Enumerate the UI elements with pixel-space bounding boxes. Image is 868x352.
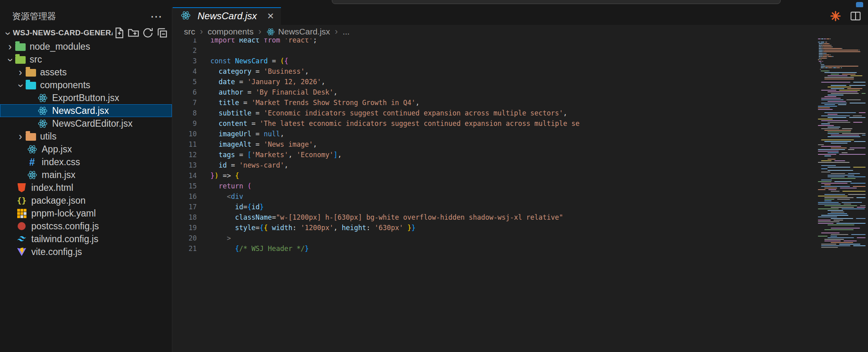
line-number: 5 (173, 77, 197, 87)
sidebar-item-newscard-jsx[interactable]: NewsCard.jsx (0, 104, 172, 117)
new-folder-icon[interactable] (127, 26, 140, 39)
sidebar-item-postcss-config-js[interactable]: postcss.config.js (0, 220, 172, 233)
code-line[interactable]: 1import React from 'react'; (173, 38, 816, 45)
sidebar-item-src[interactable]: ›src (0, 53, 172, 66)
code-line[interactable]: 19 style={{ width: '1200px', height: '63… (173, 223, 816, 233)
minimap-line (821, 247, 838, 248)
code-line[interactable]: 18 className="w-[1200px] h-[630px] bg-wh… (173, 212, 816, 223)
minimap-line (818, 162, 850, 163)
minimap-line (823, 56, 827, 57)
minimap-line (857, 207, 866, 208)
minimap-line (828, 127, 840, 127)
tab-newscard-jsx[interactable]: NewsCard.jsx × (173, 7, 281, 25)
code-line[interactable]: 13 id = 'news-card', (173, 160, 816, 170)
minimap-line (831, 234, 848, 235)
code-line[interactable]: 6 author = 'By Financial Desk', (173, 87, 816, 97)
close-icon[interactable]: × (267, 10, 274, 22)
minimap-line (821, 146, 841, 147)
minimap-line (818, 204, 841, 204)
breadcrumb: src›components›NewsCard.jsx›... (173, 25, 868, 38)
code-line[interactable]: 21 {/* WSJ Header */} (173, 243, 816, 254)
vscode-window: 资源管理器 ⋯ › WSJ-NEWS-CARD-GENERAT... ›node… (0, 0, 868, 352)
code-line[interactable]: 17 id={id} (173, 202, 816, 212)
minimap-line (826, 53, 827, 54)
sidebar-item-app-jsx[interactable]: App.jsx (0, 143, 172, 156)
minimap-line (850, 148, 866, 148)
sidebar-item-vite-config-js[interactable]: vite.config.js (0, 245, 172, 258)
code-line[interactable]: 11 imageAlt = 'News image', (173, 139, 816, 150)
sidebar-item-package-json[interactable]: {}package.json (0, 194, 172, 207)
minimap-line (849, 117, 866, 118)
chevron-down-icon: › (16, 80, 26, 91)
format-star-icon[interactable] (830, 10, 842, 22)
sidebar-item-index-css[interactable]: #index.css (0, 156, 172, 168)
code-line[interactable]: 4 category = 'Business', (173, 66, 816, 77)
minimap-line (819, 55, 822, 55)
breadcrumb-item--[interactable]: ... (343, 27, 350, 36)
explorer-section-header[interactable]: › WSJ-NEWS-CARD-GENERAT... (0, 26, 172, 40)
refresh-icon[interactable] (141, 26, 154, 39)
minimap-line (822, 61, 823, 62)
line-number: 8 (173, 108, 197, 118)
code-line[interactable]: 9 content = 'The latest economic indicat… (173, 118, 816, 129)
minimap-line (831, 148, 847, 148)
code-line[interactable]: 12 tags = ['Markets', 'Economy'], (173, 150, 816, 160)
split-editor-icon[interactable] (850, 10, 862, 22)
chevron-down-icon: › (6, 55, 16, 65)
minimap-line (860, 205, 866, 206)
json-icon: {} (16, 195, 27, 206)
sidebar-item-tailwind-config-js[interactable]: tailwind.config.js (0, 233, 172, 245)
minimap-line (818, 119, 833, 119)
minimap-line (818, 106, 837, 107)
minimap-line (828, 91, 858, 92)
collapse-all-icon[interactable] (156, 26, 169, 39)
code-line[interactable]: 3const NewsCard = ({ (173, 56, 816, 66)
breadcrumb-item-src[interactable]: src (184, 27, 195, 36)
code-line[interactable]: 20 > (173, 233, 816, 243)
titlebar-corner-icon (856, 2, 863, 7)
minimap-line (853, 82, 866, 83)
minimap-line (824, 79, 854, 79)
sidebar-item-pnpm-lock-yaml[interactable]: pnpm-lock.yaml (0, 207, 172, 220)
file-label: vite.config.js (31, 247, 82, 257)
minimap-line (842, 74, 856, 75)
new-file-icon[interactable] (113, 26, 125, 39)
minimap-line (826, 42, 827, 42)
html-icon (16, 182, 27, 193)
code-line[interactable]: 7 title = 'Market Trends Show Strong Gro… (173, 97, 816, 108)
react-icon (37, 105, 48, 116)
code-line[interactable]: 5 date = 'January 12, 2026', (173, 77, 816, 87)
code-line[interactable]: 10 imageUrl = null, (173, 129, 816, 139)
sidebar-item-index-html[interactable]: index.html (0, 181, 172, 194)
code-line[interactable]: 2 (173, 45, 816, 56)
minimap-line (821, 180, 832, 180)
sidebar-item-newscardeditor-jsx[interactable]: NewsCardEditor.jsx (0, 117, 172, 130)
sidebar-item-assets[interactable]: ›assets (0, 66, 172, 79)
code-line[interactable]: 14}) => { (173, 170, 816, 181)
minimap-line (859, 50, 860, 51)
minimap-line (824, 112, 856, 113)
minimap-line (821, 103, 847, 103)
code-editor[interactable]: 1import React from 'react';23const NewsC… (173, 38, 816, 352)
tab-label: NewsCard.jsx (198, 10, 257, 22)
minimap[interactable] (816, 38, 868, 267)
minimap-line (824, 38, 826, 39)
minimap-line (828, 133, 839, 134)
command-center[interactable] (332, 0, 781, 4)
code-line[interactable]: 15 return ( (173, 181, 816, 191)
sidebar-item-utils[interactable]: ›utils (0, 130, 172, 143)
more-actions-icon[interactable]: ⋯ (150, 13, 162, 20)
code-text: date = 'January 12, 2026', (210, 77, 325, 87)
sidebar-item-exportbutton-jsx[interactable]: ExportButton.jsx (0, 91, 172, 104)
breadcrumb-item-newscard-jsx[interactable]: NewsCard.jsx (266, 27, 330, 36)
sidebar-item-main-jsx[interactable]: main.jsx (0, 168, 172, 181)
sidebar-item-node-modules[interactable]: ›node_modules (0, 40, 172, 53)
code-line[interactable]: 16 <div (173, 191, 816, 202)
breadcrumb-item-components[interactable]: components (208, 27, 253, 36)
minimap-line (834, 181, 852, 182)
code-line[interactable]: 8 subtitle = 'Economic indicators sugges… (173, 108, 816, 118)
sidebar-item-components[interactable]: ›components (0, 79, 172, 91)
minimap-line (818, 221, 840, 222)
minimap-line (821, 165, 836, 166)
minimap-line (831, 85, 846, 86)
